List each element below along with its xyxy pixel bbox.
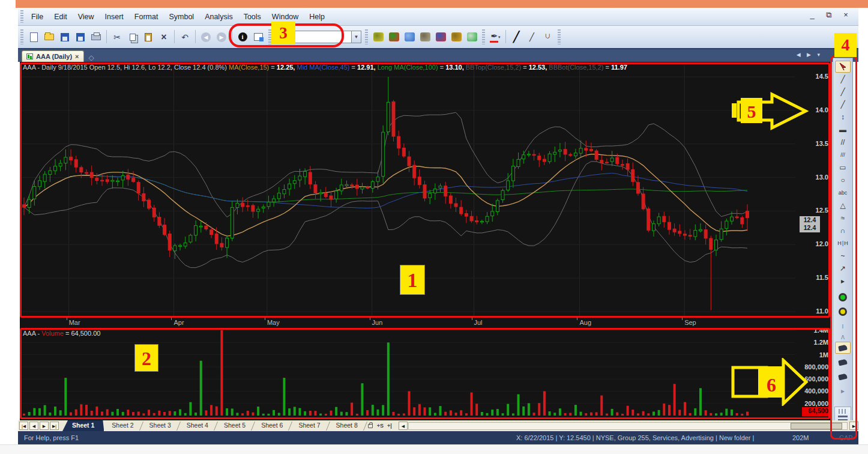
small-tool-1-icon[interactable]: ı [835, 320, 851, 332]
sheet-nav-icon[interactable]: |◀ [19, 422, 28, 430]
paste-icon[interactable] [141, 30, 155, 44]
thin-line-icon[interactable]: ╱ [525, 30, 539, 44]
vertical-line-tool[interactable]: ↕ [835, 111, 851, 123]
sheet-tab-5[interactable]: Sheet 5 [216, 420, 253, 431]
pointer-tool[interactable] [835, 61, 851, 73]
status-help-text: For Help, press F1 [24, 434, 79, 441]
delete-icon[interactable]: × [157, 30, 171, 44]
volume-chart[interactable] [20, 328, 798, 419]
magnet-icon[interactable]: ∩ [540, 30, 555, 44]
sheet-nav-icon[interactable]: ▶ [40, 422, 49, 430]
toolbar-grip[interactable] [558, 29, 561, 45]
sheet-tab-8[interactable]: Sheet 8 [328, 420, 366, 431]
menu-analysis[interactable]: Analysis [199, 11, 238, 22]
tab-close-icon[interactable]: × [75, 53, 79, 60]
parallel-lines-tool[interactable]: // [835, 136, 851, 148]
sheet-tab-3[interactable]: Sheet 3 [142, 420, 179, 431]
hscroll-right-icon[interactable]: ▶ [849, 422, 858, 430]
menu-insert[interactable]: Insert [100, 11, 129, 22]
text-tool[interactable]: abc [835, 187, 851, 199]
cut-icon[interactable]: ✂ [110, 30, 124, 44]
color-pick-icon[interactable]: ✒▾ [488, 30, 502, 44]
thick-line-icon[interactable]: ╱ [509, 30, 523, 44]
toolbar-grip[interactable] [20, 29, 23, 45]
hand-tool-icon[interactable] [835, 342, 851, 354]
arc-tool[interactable]: ∩ [835, 225, 851, 237]
document-tab[interactable]: AAA (Daily) × [22, 50, 84, 62]
toolbar-grip[interactable] [365, 29, 368, 45]
sheet-tab-2[interactable]: Sheet 2 [104, 420, 141, 431]
copy-icon[interactable] [125, 30, 140, 44]
sheet-nav-icon[interactable]: ◀ [29, 422, 38, 430]
sheet-tab-1[interactable]: Sheet 1 [62, 420, 104, 431]
back-icon[interactable]: ◀ [199, 30, 213, 44]
hscroll-thumb[interactable] [791, 423, 842, 429]
save-file-icon[interactable] [58, 30, 72, 44]
chart-doc-icon [26, 53, 33, 59]
sheet-tab-4[interactable]: Sheet 4 [179, 420, 216, 431]
zigzag-tool[interactable]: ~ [835, 250, 851, 262]
info-icon[interactable]: i [235, 30, 250, 44]
tab-scroll-buttons[interactable]: ◀ ▶ ▾ [797, 52, 822, 58]
menu-window[interactable]: Window [267, 11, 304, 22]
minimize-button[interactable]: _ [806, 10, 819, 21]
more-tools-chevron[interactable]: ▸ [835, 275, 851, 287]
extended-line-tool[interactable]: ╱ [835, 98, 851, 110]
menu-file[interactable]: File [26, 11, 49, 22]
price-tick-label: 12.5 [801, 207, 828, 214]
menu-edit[interactable]: Edit [49, 11, 73, 22]
sheet-extra-1[interactable]: +S [377, 423, 384, 429]
close-button[interactable]: × [839, 10, 852, 21]
menu-help[interactable]: Help [304, 11, 330, 22]
toolbar-grip[interactable] [20, 10, 23, 22]
tab-diamond-icon[interactable]: ◇ [89, 53, 94, 62]
palette-chevron[interactable]: ▸ [835, 385, 851, 397]
undo-icon[interactable]: ↶ [178, 30, 192, 44]
triangle-tool[interactable]: △ [835, 199, 851, 211]
symbol-tree-icon[interactable] [371, 30, 385, 44]
new-file-icon[interactable] [26, 30, 41, 44]
layouts-icon[interactable] [418, 30, 432, 44]
layout-1-icon[interactable] [835, 356, 851, 368]
ellipse-tool[interactable]: ○ [835, 174, 851, 186]
formula-editor-icon[interactable] [433, 30, 448, 44]
gann-tool[interactable]: H∣H [835, 237, 851, 249]
open-file-icon[interactable] [42, 30, 56, 44]
zoom-in-icon[interactable] [835, 291, 851, 303]
scan-icon[interactable] [449, 30, 463, 44]
channel-lines-tool[interactable]: /// [835, 149, 851, 161]
favorites-icon[interactable] [387, 30, 401, 44]
small-tool-2-icon[interactable]: ʌ [835, 331, 851, 343]
rectangle-tool[interactable]: ▭ [835, 162, 851, 174]
sheet-extra-2[interactable]: +| [387, 423, 392, 429]
horizontal-segment-tool[interactable]: ▬ [835, 124, 851, 136]
menu-view[interactable]: View [73, 11, 100, 22]
hscroll-left-icon[interactable]: ◀ [399, 422, 408, 430]
layout-2-icon[interactable] [835, 371, 851, 383]
sheet-nav-icon[interactable]: ▶| [50, 422, 59, 430]
menu-format[interactable]: Format [129, 11, 164, 22]
toolbar-grip[interactable] [482, 29, 485, 45]
symbol-dropdown-icon[interactable]: ▼ [352, 31, 361, 43]
freehand-tool[interactable]: ≈ [835, 212, 851, 224]
chart-title-line: AAA - Daily 9/18/2015 Open 12.5, Hi 12.6… [23, 64, 797, 73]
ray-line-tool[interactable]: ╱ [835, 86, 851, 98]
export-icon[interactable] [73, 30, 88, 44]
explore-icon[interactable] [402, 30, 417, 44]
restore-button[interactable]: ⧉ [822, 10, 836, 21]
sheet-tab-6[interactable]: Sheet 6 [253, 420, 291, 431]
arrow-mark-tool[interactable]: ↗ [835, 262, 851, 274]
lock-icon[interactable] [368, 424, 373, 428]
forward-icon[interactable]: ▶ [214, 30, 229, 44]
annotation-label-1: 1 [400, 265, 425, 295]
zoom-out-icon[interactable] [835, 306, 851, 318]
menu-symbol[interactable]: Symbol [163, 11, 199, 22]
chart-editor-icon[interactable] [251, 30, 265, 44]
sheet-tab-7[interactable]: Sheet 7 [291, 420, 328, 431]
document-tab-bar: AAA (Daily) × ◇ [18, 49, 858, 62]
menu-tools[interactable]: Tools [238, 11, 267, 22]
trend-line-tool[interactable]: ╱ [835, 73, 851, 85]
print-icon[interactable] [89, 30, 103, 44]
refresh-icon[interactable] [465, 30, 479, 44]
hscroll-track[interactable] [408, 422, 848, 430]
